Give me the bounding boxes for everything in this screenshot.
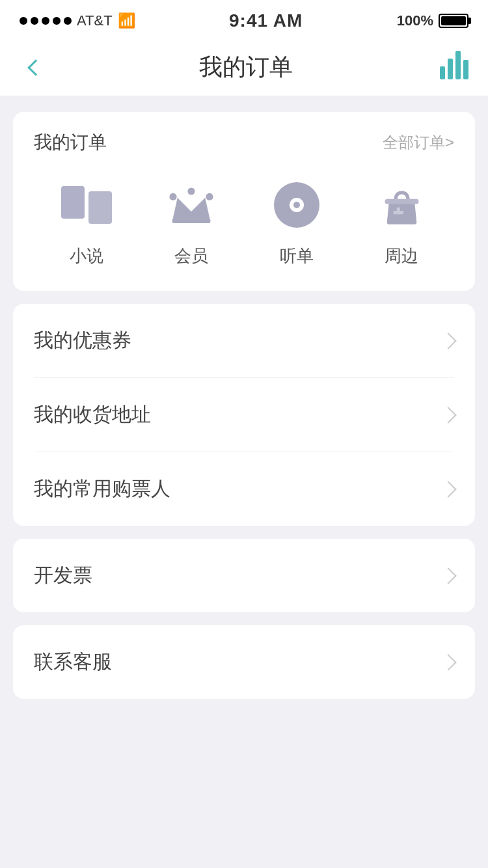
contact-card: 联系客服 [13, 625, 475, 699]
signal-dots [20, 17, 72, 25]
order-section: 我的订单 全部订单> 小说 [13, 112, 475, 291]
order-item-novel[interactable]: 小说 [57, 176, 116, 267]
svg-rect-4 [172, 219, 211, 223]
invoice-label: 开发票 [34, 562, 92, 589]
coupon-menu-item[interactable]: 我的优惠券 [34, 304, 454, 378]
bar3 [455, 51, 461, 79]
menu-list: 我的优惠券 我的收货地址 我的常用购票人 [13, 304, 475, 526]
svg-point-3 [206, 193, 213, 200]
order-items-grid: 小说 会员 [34, 176, 454, 267]
address-chevron-icon [440, 407, 456, 423]
page-title: 我的订单 [199, 51, 293, 83]
crown-icon [162, 176, 221, 234]
address-label: 我的收货地址 [34, 401, 151, 428]
invoice-card: 开发票 [13, 539, 475, 612]
bar1 [440, 66, 445, 79]
battery-icon [439, 14, 468, 28]
invoice-item[interactable]: 开发票 [34, 539, 454, 612]
order-item-listen[interactable]: 听单 [267, 176, 326, 267]
carrier-label: AT&T [77, 12, 113, 29]
order-item-merch[interactable]: 周边 [372, 176, 431, 267]
navigation-bar: 我的订单 [0, 39, 488, 96]
ticket-buyer-chevron-icon [440, 481, 456, 497]
menu-card: 我的优惠券 我的收货地址 我的常用购票人 [13, 304, 475, 526]
main-content: 我的订单 全部订单> 小说 [0, 96, 488, 714]
order-section-header: 我的订单 全部订单> [34, 130, 454, 155]
novel-icon [57, 176, 116, 234]
ticket-buyer-menu-item[interactable]: 我的常用购票人 [34, 452, 454, 526]
bar-chart-icon [440, 56, 468, 79]
member-label: 会员 [174, 245, 208, 267]
invoice-section: 开发票 [13, 539, 475, 612]
contact-label: 联系客服 [34, 649, 112, 675]
order-item-member[interactable]: 会员 [162, 176, 221, 267]
chart-button[interactable] [440, 56, 468, 79]
back-button[interactable] [20, 51, 52, 84]
battery-percentage: 100% [397, 12, 433, 29]
status-carrier-area: AT&T 📶 [20, 12, 135, 29]
wifi-icon: 📶 [118, 12, 135, 29]
bar2 [448, 59, 453, 79]
contact-section: 联系客服 [13, 625, 475, 699]
back-arrow-icon [27, 59, 44, 75]
ticket-buyer-label: 我的常用购票人 [34, 476, 170, 502]
contact-item[interactable]: 联系客服 [34, 625, 454, 699]
coupon-label: 我的优惠券 [34, 327, 131, 354]
novel-label: 小说 [70, 245, 103, 267]
coupon-chevron-icon [440, 332, 456, 349]
svg-marker-0 [173, 198, 210, 219]
bar4 [463, 60, 468, 79]
svg-point-2 [188, 187, 195, 195]
status-battery-area: 100% [397, 12, 468, 29]
my-orders-card: 我的订单 全部订单> 小说 [13, 112, 475, 291]
invoice-chevron-icon [440, 567, 456, 584]
order-section-title: 我的订单 [34, 130, 107, 155]
svg-point-1 [170, 193, 177, 200]
listen-label: 听单 [280, 245, 314, 267]
status-time: 9:41 AM [229, 10, 303, 31]
contact-chevron-icon [440, 654, 456, 670]
status-bar: AT&T 📶 9:41 AM 100% [0, 0, 488, 39]
merch-label: 周边 [385, 245, 418, 267]
svg-rect-7 [393, 210, 403, 213]
address-menu-item[interactable]: 我的收货地址 [34, 378, 454, 452]
all-orders-link[interactable]: 全部订单> [383, 132, 454, 153]
bag-icon [372, 176, 431, 234]
svg-rect-5 [385, 198, 418, 204]
disc-icon [267, 176, 326, 234]
